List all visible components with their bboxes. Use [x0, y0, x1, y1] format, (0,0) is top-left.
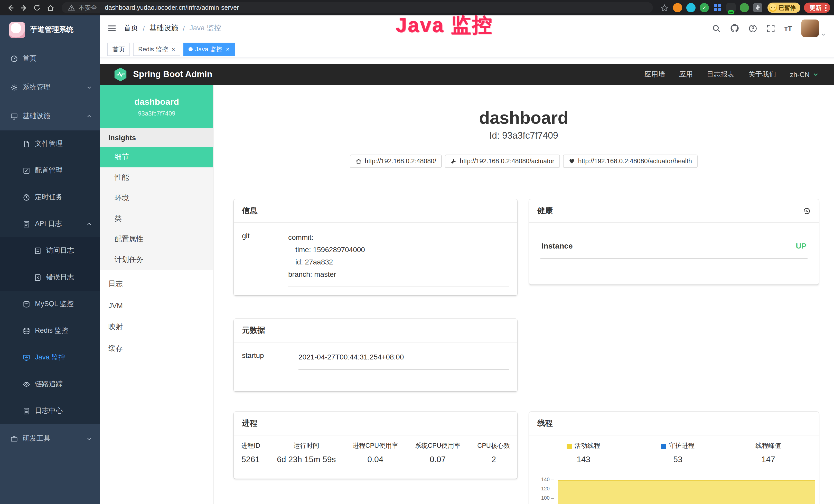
- sidebar-item-access-log[interactable]: 访问日志: [0, 237, 100, 264]
- actuator-url-link[interactable]: http://192.168.0.2:48080/actuator: [445, 155, 560, 168]
- close-icon[interactable]: ×: [226, 46, 229, 52]
- sba-section-insights[interactable]: Insights: [100, 129, 213, 147]
- sba-item-mappings[interactable]: 映射: [100, 316, 213, 338]
- sidebar-item-mysql-monitor[interactable]: MySQL 监控: [0, 291, 100, 317]
- health-url-link[interactable]: http://192.168.0.2:48080/actuator/health: [563, 155, 697, 168]
- breadcrumb-current: Java 监控: [190, 24, 221, 33]
- sidebar-item-label: 研发工具: [23, 434, 50, 443]
- sidebar-item-label: 链路追踪: [35, 380, 63, 389]
- legend-swatch-yellow: [567, 443, 572, 449]
- browser-toolbar: 不安全 dashboard.yudao.iocoder.cn/infra/adm…: [0, 0, 834, 16]
- wrench-icon: [451, 158, 457, 164]
- sba-item-scheduled-tasks[interactable]: 计划任务: [100, 250, 213, 270]
- instance-url-link[interactable]: http://192.168.0.2:48080/: [350, 155, 442, 168]
- chevron-down-icon: [86, 436, 92, 441]
- sba-item-beans[interactable]: 类: [100, 208, 213, 229]
- reload-icon[interactable]: [31, 2, 43, 14]
- font-size-icon[interactable]: тT: [784, 24, 792, 32]
- home-icon[interactable]: [44, 2, 57, 14]
- fullscreen-icon[interactable]: [766, 24, 775, 32]
- extension-icon-1[interactable]: [673, 3, 682, 12]
- sidebar-item-java-monitor[interactable]: Java 监控: [0, 344, 100, 371]
- sidebar-item-error-log[interactable]: 错误日志: [0, 264, 100, 291]
- info-value: commit: time: 1596289704000 id: 27aa832 …: [288, 231, 509, 287]
- sidebar-item-label: Java 监控: [35, 353, 66, 362]
- sba-item-details[interactable]: 细节: [100, 147, 213, 167]
- sidebar-item-home[interactable]: 首页: [0, 44, 100, 73]
- home-icon: [355, 158, 361, 164]
- sba-instance-block[interactable]: dashboard 93a3fc7f7409: [100, 85, 213, 129]
- stat-label: 系统CPU使用率: [415, 442, 461, 450]
- user-menu[interactable]: [802, 20, 826, 37]
- card-title: 进程: [242, 418, 257, 428]
- bookmark-star-icon[interactable]: [658, 2, 671, 14]
- y-axis-tick: 100: [535, 495, 554, 501]
- live-threads-area: [558, 480, 815, 504]
- forward-icon[interactable]: [18, 2, 30, 14]
- tab-home[interactable]: 首页: [107, 43, 130, 56]
- card-process: 进程 进程ID 5261 运行时间 6d 23h 15m 59s 进程CPU使用…: [234, 412, 517, 479]
- browser-update-button[interactable]: 更新: [804, 3, 830, 13]
- stat-label: CPU核心数: [477, 442, 510, 450]
- page-subtitle: Id: 93a3fc7f7409: [213, 131, 834, 141]
- extension-icon-proxy[interactable]: on: [726, 3, 736, 12]
- sba-language-select[interactable]: zh-CN: [790, 71, 819, 78]
- sba-nav-journal[interactable]: 日志报表: [707, 70, 734, 79]
- sba-nav-wallboard[interactable]: 应用墙: [644, 70, 665, 79]
- github-icon[interactable]: [730, 24, 739, 33]
- back-icon[interactable]: [4, 2, 17, 14]
- sidebar-item-label: MySQL 监控: [35, 299, 74, 308]
- extension-icon-5[interactable]: [740, 3, 749, 12]
- sidebar-item-dev-tools[interactable]: 研发工具: [0, 424, 100, 453]
- breadcrumb-infra[interactable]: 基础设施: [150, 24, 178, 33]
- stat-system-cpu: 系统CPU使用率 0.07: [415, 442, 461, 464]
- paused-extension-badge[interactable]: 已暂停: [767, 3, 800, 13]
- y-axis-tick: 120: [535, 486, 554, 491]
- sba-item-jvm[interactable]: JVM: [100, 295, 213, 316]
- sidebar-item-infra[interactable]: 基础设施: [0, 102, 100, 131]
- sba-item-caches[interactable]: 缓存: [100, 338, 213, 360]
- stat-daemon-threads: 守护进程 53: [661, 442, 695, 464]
- metadata-line: 2021-04-27T00:44:31.254+08:00: [299, 351, 509, 363]
- sidebar-item-log-center[interactable]: 日志中心: [0, 397, 100, 424]
- sba-item-metrics[interactable]: 性能: [100, 167, 213, 188]
- history-icon[interactable]: [803, 207, 811, 215]
- paused-label: 已暂停: [779, 4, 796, 12]
- sba-nav-applications[interactable]: 应用: [679, 70, 693, 79]
- sidebar-item-redis-monitor[interactable]: Redis 监控: [0, 317, 100, 344]
- help-icon[interactable]: [748, 24, 757, 32]
- sidebar-item-scheduled-jobs[interactable]: 定时任务: [0, 184, 100, 210]
- browser-menu-icon[interactable]: [825, 4, 827, 11]
- extension-icon-4[interactable]: [713, 3, 722, 12]
- sba-item-loggers[interactable]: 日志: [100, 273, 213, 295]
- sba-item-environment[interactable]: 环境: [100, 188, 213, 208]
- close-icon[interactable]: ×: [172, 46, 175, 52]
- app-logo[interactable]: 芋道管理系统: [0, 16, 100, 44]
- divider: [100, 270, 213, 273]
- breadcrumb-separator: /: [183, 24, 185, 32]
- update-label: 更新: [810, 4, 821, 12]
- sba-brand[interactable]: Spring Boot Admin: [100, 68, 213, 82]
- tab-java-monitor[interactable]: Java 监控 ×: [183, 43, 235, 56]
- tab-redis-monitor[interactable]: Redis 监控 ×: [133, 43, 180, 56]
- sidebar-item-system[interactable]: 系统管理: [0, 73, 100, 102]
- extension-icon-3[interactable]: ✓: [700, 3, 709, 12]
- error-log-icon: [34, 273, 42, 281]
- sidebar-item-file-mgmt[interactable]: 文件管理: [0, 131, 100, 157]
- address-bar[interactable]: 不安全 dashboard.yudao.iocoder.cn/infra/adm…: [62, 2, 653, 13]
- sidebar-item-config-mgmt[interactable]: 配置管理: [0, 157, 100, 184]
- breadcrumb-home[interactable]: 首页: [124, 24, 138, 33]
- log-center-icon: [23, 407, 30, 415]
- extension-icon-2[interactable]: [686, 3, 696, 12]
- header-actions: тT: [712, 20, 834, 37]
- sidebar-item-api-log[interactable]: API 日志: [0, 210, 100, 237]
- sba-item-config-props[interactable]: 配置属性: [100, 229, 213, 250]
- sba-nav-about[interactable]: 关于我们: [748, 70, 776, 79]
- search-icon[interactable]: [712, 24, 721, 32]
- hamburger-icon[interactable]: [107, 24, 117, 33]
- sidebar-item-label: 配置管理: [35, 166, 63, 175]
- sidebar-item-tracing[interactable]: 链路追踪: [0, 371, 100, 397]
- sba-logo-icon: [113, 68, 127, 82]
- stat-value: 2: [491, 455, 496, 464]
- extensions-puzzle-icon[interactable]: [753, 3, 762, 12]
